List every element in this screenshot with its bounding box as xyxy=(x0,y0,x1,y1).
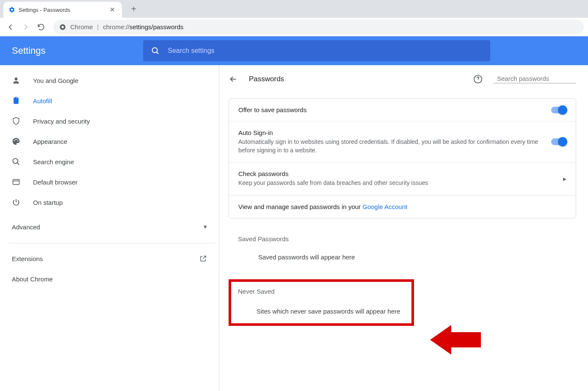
never-saved-label: Never Saved xyxy=(231,282,411,295)
person-icon xyxy=(12,76,21,85)
search-settings-box[interactable] xyxy=(143,40,490,61)
url-prefix: chrome:// xyxy=(103,23,130,30)
sidebar-extensions[interactable]: Extensions xyxy=(0,248,219,269)
sidebar-item-on-startup[interactable]: On startup xyxy=(0,192,219,212)
saved-passwords-label: Saved Passwords xyxy=(238,235,576,242)
sidebar-item-default-browser[interactable]: Default browser xyxy=(0,172,219,192)
offer-save-label: Offer to save passwords xyxy=(238,106,544,113)
password-search-box[interactable] xyxy=(494,75,576,83)
sidebar-item-privacy[interactable]: Privacy and security xyxy=(0,111,219,131)
help-icon[interactable] xyxy=(473,74,483,84)
page-title: Passwords xyxy=(249,75,462,83)
annotation-arrow xyxy=(430,323,481,357)
extensions-label: Extensions xyxy=(12,255,43,262)
row-auto-signin: Auto Sign-in Automatically sign in to we… xyxy=(229,121,576,162)
sidebar-item-label: Default browser xyxy=(33,179,77,186)
svg-point-4 xyxy=(13,159,18,164)
address-bar[interactable]: Chrome | chrome://settings/passwords xyxy=(53,20,584,34)
new-tab-button[interactable]: + xyxy=(128,3,140,16)
browser-tab[interactable]: Settings - Passwords ✕ xyxy=(3,2,122,18)
auto-signin-desc: Automatically sign in to websites using … xyxy=(238,138,544,154)
gear-icon xyxy=(8,6,15,13)
power-icon xyxy=(12,198,21,207)
view-manage-text: View and manage saved passwords in your xyxy=(238,203,362,210)
auto-signin-label: Auto Sign-in xyxy=(238,129,544,136)
search-icon xyxy=(12,157,21,166)
sidebar: You and Google Autofill Privacy and secu… xyxy=(0,65,219,391)
auto-signin-toggle[interactable] xyxy=(551,138,566,145)
never-saved-highlight: Never Saved Sites which never save passw… xyxy=(229,279,414,326)
row-check-passwords[interactable]: Check passwords Keep your passwords safe… xyxy=(229,162,576,196)
row-view-manage: View and manage saved passwords in your … xyxy=(229,196,576,218)
sidebar-item-label: Privacy and security xyxy=(33,118,90,125)
check-pw-desc: Keep your passwords safe from data breac… xyxy=(238,179,555,187)
sidebar-item-autofill[interactable]: Autofill xyxy=(0,91,219,111)
about-label: About Chrome xyxy=(12,275,53,283)
sidebar-item-label: Search engine xyxy=(33,158,74,165)
chevron-down-icon: ▾ xyxy=(204,223,207,231)
svg-point-3 xyxy=(15,77,18,80)
sidebar-about[interactable]: About Chrome xyxy=(0,269,219,289)
row-offer-save: Offer to save passwords xyxy=(229,99,576,121)
address-label: Chrome xyxy=(70,23,93,30)
back-arrow-button[interactable] xyxy=(229,74,238,84)
check-pw-label: Check passwords xyxy=(238,170,555,177)
sidebar-item-label: Autofill xyxy=(33,97,52,105)
svg-rect-5 xyxy=(13,179,19,184)
advanced-label: Advanced xyxy=(12,223,40,231)
url-path: settings/passwords xyxy=(130,23,184,30)
never-saved-empty: Sites which never save passwords will ap… xyxy=(231,295,411,321)
search-icon xyxy=(151,46,160,55)
main-panel: Passwords Offer to save passwords Auto S… xyxy=(219,65,588,391)
google-account-link[interactable]: Google Account xyxy=(362,203,407,210)
divider xyxy=(8,243,215,243)
chevron-right-icon: ▸ xyxy=(563,175,566,183)
password-search-input[interactable] xyxy=(497,75,577,82)
back-button[interactable] xyxy=(4,21,17,33)
shield-icon xyxy=(12,117,21,125)
sidebar-item-label: You and Google xyxy=(33,77,78,84)
sidebar-item-appearance[interactable]: Appearance xyxy=(0,131,219,151)
palette-icon xyxy=(12,137,21,146)
chrome-icon xyxy=(59,24,66,30)
open-external-icon xyxy=(199,255,207,262)
sidebar-item-label: Appearance xyxy=(33,138,67,145)
tab-title: Settings - Passwords xyxy=(19,7,108,13)
sidebar-item-search-engine[interactable]: Search engine xyxy=(0,151,219,172)
svg-point-1 xyxy=(61,26,63,28)
browser-icon xyxy=(12,178,21,186)
svg-point-2 xyxy=(152,48,157,53)
sidebar-item-you-and-google[interactable]: You and Google xyxy=(0,70,219,91)
app-title: Settings xyxy=(12,45,46,56)
svg-marker-8 xyxy=(430,325,481,355)
sidebar-item-label: On startup xyxy=(33,199,63,206)
reload-button[interactable] xyxy=(35,21,47,33)
close-icon[interactable]: ✕ xyxy=(108,5,117,14)
search-settings-input[interactable] xyxy=(168,47,483,55)
saved-passwords-empty: Saved passwords will appear here xyxy=(229,242,576,272)
offer-save-toggle[interactable] xyxy=(551,107,566,113)
sidebar-advanced[interactable]: Advanced ▾ xyxy=(0,217,219,237)
clipboard-icon xyxy=(12,96,21,105)
forward-button[interactable] xyxy=(19,21,32,33)
